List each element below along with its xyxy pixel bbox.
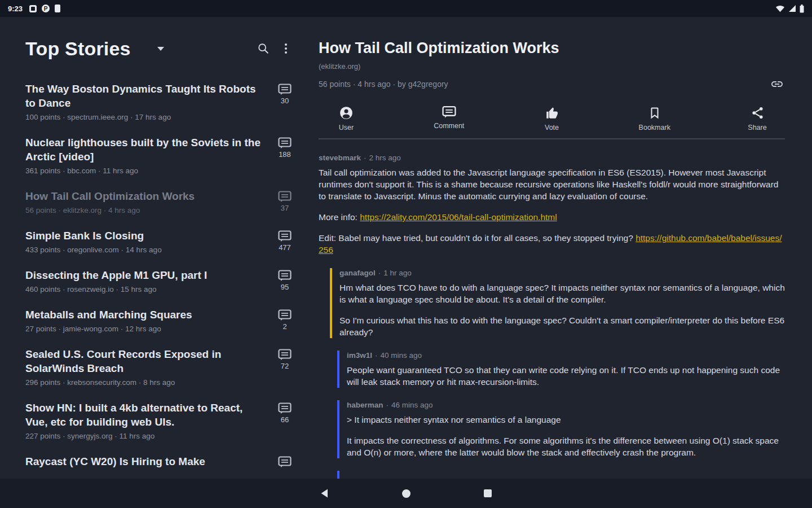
overflow-menu-icon <box>285 43 287 54</box>
chevron-down-icon <box>157 47 164 51</box>
story-title[interactable]: How Tail Call Optimization Works <box>25 189 262 203</box>
comment-count: 2 <box>283 322 286 331</box>
user-button[interactable]: User <box>326 106 366 132</box>
comment[interactable]: im3w1l·40 mins ago People want guarantee… <box>337 351 785 388</box>
story-list-item[interactable]: Show HN: I built a 4kb alternative to Re… <box>25 401 297 441</box>
comment-time: 1 hr ago <box>383 269 412 277</box>
comment-text: Hm what does TCO have to do with a langu… <box>339 283 785 304</box>
comment[interactable]: stevebmark·2 hrs ago Tail call optimizat… <box>319 153 785 256</box>
search-button[interactable] <box>252 37 275 60</box>
feed-dropdown-button[interactable] <box>153 41 168 56</box>
comment-button[interactable]: Comment <box>429 106 469 132</box>
story-title[interactable]: Sealed U.S. Court Records Exposed in Sol… <box>25 347 262 375</box>
story-list-item[interactable]: Metaballs and Marching Squares 27 points… <box>25 308 297 334</box>
open-link-button[interactable] <box>766 77 785 91</box>
comment-icon <box>442 106 456 119</box>
comment[interactable]: ganafagol·1 hr ago Hm what does TCO have… <box>330 268 785 338</box>
comment-paragraph: Hm what does TCO have to do with a langu… <box>339 282 785 305</box>
bookmark-button[interactable]: Bookmark <box>635 106 674 132</box>
story-list-item[interactable]: Sealed U.S. Court Records Exposed in Sol… <box>25 347 297 388</box>
story-meta: 100 points · spectrum.ieee.org · 17 hrs … <box>25 112 262 122</box>
story-meta: 460 points · rosenzweig.io · 15 hrs ago <box>25 284 262 295</box>
notification-app-icon <box>55 5 60 12</box>
story-meta: 433 points · oregonlive.com · 14 hrs ago <box>25 245 262 255</box>
story-meta: 27 points · jamie-wong.com · 12 hrs ago <box>25 324 262 334</box>
article-action-bar: User Comment Vote Bookmark <box>319 106 785 132</box>
story-list-item-partial[interactable]: Raycast (YC W20) Is Hiring to Make <box>25 454 297 471</box>
story-title[interactable]: Simple Bank Is Closing <box>25 229 262 243</box>
story-comments-button[interactable]: 188 <box>272 135 297 176</box>
comment-text: So I'm curious what this has to do with … <box>339 316 784 337</box>
notification-app-icon <box>29 5 37 12</box>
story-title[interactable]: The Way Boston Dynamics Taught Its Robot… <box>25 82 262 110</box>
story-list-item[interactable]: The Way Boston Dynamics Taught Its Robot… <box>25 82 297 122</box>
story-title[interactable]: Nuclear lighthouses built by the Soviets… <box>25 135 262 164</box>
separator: · <box>375 351 378 360</box>
story-comments-button[interactable]: 95 <box>272 268 297 295</box>
comment-icon <box>278 191 292 203</box>
story-title[interactable]: Dissecting the Apple M1 GPU, part I <box>25 268 262 282</box>
story-list-item[interactable]: Nuclear lighthouses built by the Soviets… <box>25 135 297 176</box>
share-button[interactable]: Share <box>738 106 777 132</box>
status-bar: 9:23 P <box>0 0 812 17</box>
comment-partial[interactable] <box>337 471 785 479</box>
comment-header: ganafagol·1 hr ago <box>339 268 785 278</box>
story-comments-button[interactable]: 30 <box>272 82 297 122</box>
user-icon <box>339 106 354 120</box>
comment-time: 2 hrs ago <box>369 154 401 162</box>
comment-icon <box>278 309 292 321</box>
comment-count: 30 <box>281 97 289 105</box>
story-list: The Way Boston Dynamics Taught Its Robot… <box>25 82 297 471</box>
story-comments-button[interactable] <box>272 454 297 471</box>
comment-link[interactable]: https://2ality.com/2015/06/tail-call-opt… <box>360 212 557 222</box>
story-list-item[interactable]: Simple Bank Is Closing 433 points · oreg… <box>25 229 297 255</box>
nav-back-button[interactable] <box>284 488 365 498</box>
comment-text: More info: <box>319 212 360 222</box>
story-title[interactable]: Show HN: I built a 4kb alternative to Re… <box>25 401 262 429</box>
comment-author[interactable]: ganafagol <box>339 269 376 277</box>
comment-paragraph: More info: https://2ality.com/2015/06/ta… <box>319 211 785 223</box>
story-comments-button[interactable]: 66 <box>272 401 297 441</box>
comment-count: 37 <box>281 204 289 212</box>
action-label: User <box>339 124 354 132</box>
comment-author[interactable]: haberman <box>347 401 383 409</box>
list-header: Top Stories <box>25 35 297 62</box>
story-comments-button[interactable]: 72 <box>272 347 297 388</box>
story-title[interactable]: Metaballs and Marching Squares <box>25 308 262 322</box>
home-icon <box>402 489 411 498</box>
page-title: Top Stories <box>25 38 131 60</box>
comment[interactable]: haberman·46 mins ago > It impacts neithe… <box>337 400 785 458</box>
clock: 9:23 <box>8 5 23 13</box>
comment-count: 477 <box>279 243 291 252</box>
article-meta: 56 points · 4 hrs ago · by g42gregory <box>319 80 448 89</box>
comment-text: People want guaranteed TCO so that they … <box>347 365 780 387</box>
comment-time: 46 mins ago <box>391 401 433 409</box>
story-comments-button[interactable]: 477 <box>272 229 297 255</box>
comment-author[interactable]: im3w1l <box>347 351 372 360</box>
story-list-item-selected[interactable]: How Tail Call Optimization Works 56 poin… <box>25 189 297 216</box>
notification-app-icon: P <box>42 5 50 12</box>
story-list-item[interactable]: Dissecting the Apple M1 GPU, part I 460 … <box>25 268 297 295</box>
overflow-menu-button[interactable] <box>275 37 297 60</box>
nav-recents-button[interactable] <box>447 489 529 497</box>
wifi-icon <box>775 5 785 12</box>
comment-text: Edit: Babel may have tried, but couldn't… <box>319 233 636 243</box>
comment-header: im3w1l·40 mins ago <box>347 351 785 360</box>
article-title: How Tail Call Optimization Works <box>319 38 785 58</box>
comment-count: 66 <box>281 415 289 424</box>
story-comments-button[interactable]: 37 <box>272 189 297 216</box>
comment-paragraph: People want guaranteed TCO so that they … <box>347 364 785 388</box>
separator: · <box>364 154 367 162</box>
comment-author[interactable]: stevebmark <box>319 154 361 162</box>
nav-home-button[interactable] <box>365 489 447 498</box>
action-label: Vote <box>545 124 559 132</box>
story-comments-button[interactable]: 2 <box>272 308 297 334</box>
action-label: Comment <box>434 122 464 130</box>
comment-header: stevebmark·2 hrs ago <box>319 153 785 163</box>
comment-icon <box>278 456 292 468</box>
comment-paragraph: > It impacts neither syntax nor semantic… <box>347 414 785 426</box>
vote-button[interactable]: Vote <box>532 106 572 132</box>
action-label: Bookmark <box>639 124 670 132</box>
recents-icon <box>484 489 492 497</box>
story-title[interactable]: Raycast (YC W20) Is Hiring to Make <box>25 454 262 468</box>
